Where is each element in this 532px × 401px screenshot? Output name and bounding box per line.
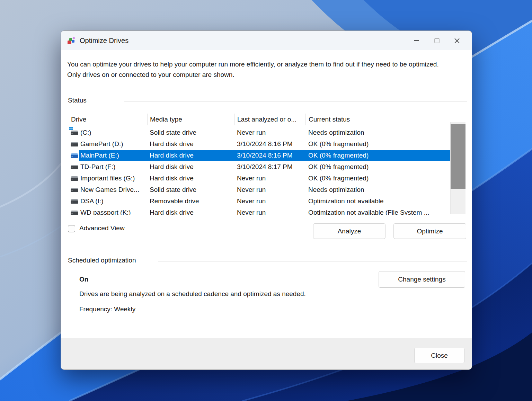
change-settings-button[interactable]: Change settings [379,271,465,288]
drive-name: GamePart (D:) [79,140,147,148]
table-body: (C:) Solid state drive Never run Needs o… [68,127,450,215]
drive-name: New Games Drive... [79,186,147,194]
scrollbar-thumb[interactable] [451,124,466,189]
column-header-current-status[interactable]: Current status [305,114,466,125]
drive-name: Important files (G:) [79,175,147,182]
removable-drive-icon [68,198,79,204]
table-scrollbar[interactable] [450,122,466,214]
drive-name: WD passport (K:) [79,209,147,215]
table-row[interactable]: GamePart (D:) Hard disk drive 3/10/2024 … [68,138,450,150]
current-status: Optimization not available [305,197,450,205]
current-status: OK (0% fragmented) [305,152,450,159]
media-type: Hard disk drive [147,152,234,159]
minimize-icon [414,38,419,43]
system-drive-icon [68,130,79,135]
analyze-button[interactable]: Analyze [313,223,385,239]
scheduled-state: On [79,276,88,283]
current-status: Needs optimization [305,186,450,194]
drive-name: (C:) [79,129,147,136]
scheduled-description: Drives are being analyzed on a scheduled… [79,290,306,298]
maximize-icon [434,38,440,43]
scheduled-section-label: Scheduled optimization [68,257,136,264]
media-type: Hard disk drive [147,140,234,148]
last-analyzed: 3/10/2024 8:16 PM [234,152,305,159]
last-analyzed: Never run [234,209,305,215]
advanced-view-label: Advanced View [79,224,125,232]
column-header-drive[interactable]: Drive [68,114,147,125]
window-title: Optimize Drives [80,37,128,45]
table-header: Drive Media type Last analyzed or o... C… [68,112,466,127]
scheduled-divider [158,261,467,261]
last-analyzed: 3/10/2024 8:16 PM [234,140,305,148]
dialog-description: You can optimize your drives to help you… [67,59,440,80]
column-header-last-analyzed[interactable]: Last analyzed or o... [234,114,305,125]
current-status: Optimization not available (File System … [305,209,450,215]
hard-drive-icon [68,187,79,193]
table-row[interactable]: (C:) Solid state drive Never run Needs o… [68,127,450,138]
media-type: Solid state drive [147,129,234,136]
desktop: Optimize Drives You can optimize your dr… [0,0,532,401]
current-status: OK (0% fragmented) [305,163,450,171]
media-type: Hard disk drive [147,175,234,182]
hard-drive-icon [68,152,79,158]
current-status: Needs optimization [305,129,450,136]
hard-drive-icon [68,175,79,181]
drive-name: DSA (I:) [79,197,147,205]
last-analyzed: Never run [234,186,305,194]
hard-drive-icon [68,141,79,147]
drive-name: TD-Part (F:) [79,163,147,171]
drives-table: Drive Media type Last analyzed or o... C… [68,112,466,215]
last-analyzed: Never run [234,129,305,136]
media-type: Hard disk drive [147,209,234,215]
drive-name: MainPart (E:) [79,152,147,159]
maximize-button[interactable] [427,31,447,50]
media-type: Hard disk drive [147,163,234,171]
table-row[interactable]: WD passport (K:) Hard disk drive Never r… [68,207,450,215]
hard-drive-icon [68,164,79,170]
defrag-app-icon [67,36,76,45]
close-icon [454,38,460,44]
table-row[interactable]: New Games Drive... Solid state drive Nev… [68,184,450,195]
hard-drive-icon [68,210,79,215]
close-window-button[interactable] [447,31,467,50]
table-row[interactable]: Important files (G:) Hard disk drive Nev… [68,172,450,184]
media-type: Solid state drive [147,186,234,194]
last-analyzed: Never run [234,175,305,182]
table-row-selected[interactable]: MainPart (E:) Hard disk drive 3/10/2024 … [68,150,450,161]
window-controls [407,31,467,50]
media-type: Removable drive [147,197,234,205]
close-button[interactable]: Close [414,348,464,363]
status-section-label: Status [68,97,87,104]
minimize-button[interactable] [407,31,427,50]
dialog-footer [61,338,472,369]
current-status: OK (0% fragmented) [305,140,450,148]
optimize-button[interactable]: Optimize [393,223,466,239]
scheduled-frequency: Frequency: Weekly [79,305,135,313]
status-divider [124,101,467,101]
optimize-drives-window: Optimize Drives You can optimize your dr… [61,30,472,370]
current-status: OK (0% fragmented) [305,175,450,182]
last-analyzed: 3/10/2024 8:17 PM [234,163,305,171]
last-analyzed: Never run [234,197,305,205]
table-row[interactable]: DSA (I:) Removable drive Never run Optim… [68,195,450,207]
advanced-view-checkbox[interactable] [68,225,75,232]
column-header-media-type[interactable]: Media type [147,114,234,125]
table-row[interactable]: TD-Part (F:) Hard disk drive 3/10/2024 8… [68,161,450,172]
